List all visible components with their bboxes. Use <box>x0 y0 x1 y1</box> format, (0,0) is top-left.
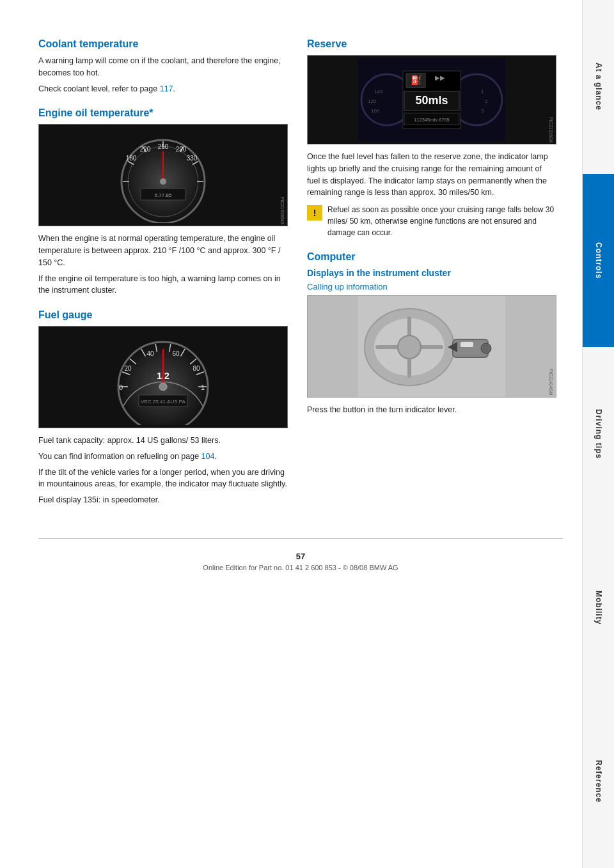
calling-image-id: PIC21414SM <box>549 369 553 396</box>
svg-text:60: 60 <box>172 350 180 357</box>
svg-text:250: 250 <box>158 143 169 150</box>
reserve-display-image: 140 120 100 1 2 3 <box>307 55 556 144</box>
coolant-text2-prefix: Check coolant level, refer to page <box>38 84 160 93</box>
fuel-text2: You can find information on refueling on… <box>38 451 288 463</box>
reserve-warning-text: Refuel as soon as possible once your cru… <box>327 204 556 238</box>
page-footer: 57 Online Edition for Part no. 01 41 2 6… <box>38 538 563 578</box>
svg-text:0: 0 <box>119 384 123 391</box>
calling-subtitle: Calling up information <box>307 282 556 291</box>
svg-point-62 <box>398 336 421 359</box>
svg-text:180: 180 <box>126 155 137 162</box>
fuel-text3: If the tilt of the vehicle varies for a … <box>38 467 288 491</box>
svg-rect-64 <box>460 342 473 347</box>
sidebar-tab-controls[interactable]: Controls <box>582 174 614 348</box>
sidebar-tab-mobility[interactable]: Mobility <box>582 521 614 695</box>
fuel-text2-end: . <box>214 452 216 461</box>
svg-text:50mls: 50mls <box>415 94 448 107</box>
oil-temp-text2: If the engine oil temperature is too hig… <box>38 273 288 297</box>
oil-temp-image-id: PIC21316549 <box>280 197 285 224</box>
fuel-gauge-image-container: 0 20 40 60 80 1 1/2 <box>38 326 288 428</box>
engine-oil-title: Engine oil temperature* <box>38 107 288 119</box>
reserve-warning-box: ! Refuel as soon as possible once your c… <box>307 204 556 238</box>
fuel-gauge-image: 0 20 40 60 80 1 1/2 <box>38 326 288 428</box>
page-container: Coolant temperature A warning lamp will … <box>0 0 614 868</box>
svg-text:1: 1 <box>201 384 205 391</box>
oil-temp-text1: When the engine is at normal operating t… <box>38 233 288 268</box>
reserve-svg: 140 120 100 1 2 3 <box>358 58 505 141</box>
svg-text:20: 20 <box>124 365 132 372</box>
fuel-gauge-title: Fuel gauge <box>38 309 288 321</box>
calling-text1: Press the button in the turn indicator l… <box>307 404 556 416</box>
two-column-layout: Coolant temperature A warning lamp will … <box>38 38 556 519</box>
oil-temp-gauge-svg: 180 220 250 290 330 <box>93 127 233 223</box>
fuel-text4: Fuel display 135i: in speedometer. <box>38 494 288 506</box>
svg-text:330: 330 <box>187 155 198 162</box>
svg-text:2: 2 <box>485 98 488 104</box>
svg-text:▶▶: ▶▶ <box>435 74 445 81</box>
svg-point-15 <box>160 178 166 185</box>
reserve-image-container: 140 120 100 1 2 3 <box>307 55 556 144</box>
computer-section: Computer Displays in the instrument clus… <box>307 251 556 416</box>
svg-text:112345mls  6789: 112345mls 6789 <box>414 117 449 123</box>
sidebar-tab-at-a-glance[interactable]: At a glance <box>582 0 614 174</box>
reserve-section: Reserve 140 120 100 <box>307 38 556 238</box>
reserve-image-id: PIC21316SA <box>549 117 553 143</box>
displays-subtitle: Displays in the instrument cluster <box>307 268 556 278</box>
svg-text:6.77.85: 6.77.85 <box>155 192 172 198</box>
calling-display-image: PIC21414SM <box>307 295 556 398</box>
fuel-text1: Fuel tank capacity: approx. 14 US gallon… <box>38 435 288 447</box>
engine-oil-temperature-section: Engine oil temperature* <box>38 107 288 297</box>
svg-point-37 <box>159 383 167 391</box>
sidebar-tab-reference[interactable]: Reference <box>582 694 614 868</box>
fuel-gauge-svg: 0 20 40 60 80 1 1/2 <box>93 329 233 425</box>
svg-text:⛽: ⛽ <box>411 75 422 86</box>
fuel-page-link[interactable]: 104 <box>201 452 215 461</box>
calling-image-container: PIC21414SM <box>307 295 556 398</box>
reserve-title: Reserve <box>307 38 556 50</box>
svg-text:290: 290 <box>176 146 187 153</box>
right-sidebar: At a glance Controls Driving tips Mobili… <box>582 0 614 868</box>
svg-text:120: 120 <box>368 98 377 104</box>
right-column: Reserve 140 120 100 <box>307 38 556 519</box>
main-content: Coolant temperature A warning lamp will … <box>0 0 582 868</box>
coolant-text2: Check coolant level, refer to page 117. <box>38 83 288 95</box>
reserve-text1: Once the fuel level has fallen to the re… <box>307 151 556 199</box>
svg-text:1: 1 <box>481 89 484 95</box>
warning-icon: ! <box>307 205 322 221</box>
calling-svg <box>308 296 556 398</box>
coolant-temperature-title: Coolant temperature <box>38 38 288 50</box>
sidebar-tab-driving-tips[interactable]: Driving tips <box>582 347 614 521</box>
svg-text:VEC.25.41.AUS.PA: VEC.25.41.AUS.PA <box>141 399 185 405</box>
fuel-text2-prefix: You can find information on refueling on… <box>38 452 201 461</box>
fuel-gauge-section: Fuel gauge <box>38 309 288 506</box>
svg-text:3: 3 <box>481 108 484 114</box>
svg-point-66 <box>481 343 491 353</box>
svg-text:140: 140 <box>374 89 383 95</box>
coolant-temperature-section: Coolant temperature A warning lamp will … <box>38 38 288 95</box>
copyright-text: Online Edition for Part no. 01 41 2 600 … <box>38 564 563 571</box>
coolant-text1: A warning lamp will come on if the coola… <box>38 55 288 79</box>
coolant-text2-end: . <box>173 84 175 93</box>
oil-temp-gauge-image: 180 220 250 290 330 <box>38 124 288 226</box>
svg-text:100: 100 <box>371 108 380 114</box>
svg-text:80: 80 <box>193 365 200 372</box>
coolant-page-link[interactable]: 117 <box>160 84 173 93</box>
svg-text:220: 220 <box>140 146 151 153</box>
oil-temp-image-container: 180 220 250 290 330 <box>38 124 288 226</box>
left-column: Coolant temperature A warning lamp will … <box>38 38 288 519</box>
page-number: 57 <box>38 552 563 561</box>
computer-title: Computer <box>307 251 556 263</box>
svg-text:40: 40 <box>146 350 154 357</box>
